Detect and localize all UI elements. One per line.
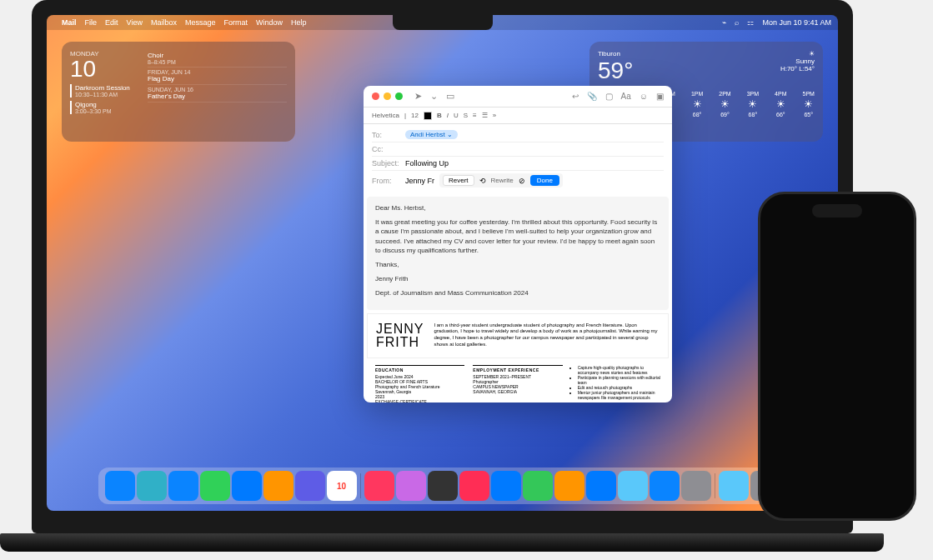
dock-app-icon[interactable] [200, 471, 230, 501]
calendar-upcoming-item: Choir 8–8:45 PM [148, 50, 287, 68]
revert-button[interactable]: Revert [443, 175, 474, 186]
indent-button[interactable]: » [493, 112, 496, 119]
cv-emp-header: EMPLOYMENT EXPERIENCE [473, 365, 562, 372]
dock-app-icon[interactable] [719, 471, 749, 501]
mail-titlebar: ➤ ⌄ ▭ ↩ 📎 ▢ Aa ☺ ▣ [364, 86, 672, 108]
macbook-base [0, 533, 884, 552]
cv-name-last: FRITH [376, 336, 424, 349]
color-swatch[interactable] [424, 112, 432, 120]
weather-temp: 59° [598, 58, 633, 84]
dock-app-icon[interactable] [681, 471, 711, 501]
weather-hour-item: 3PM☀68° [747, 91, 759, 118]
format-bar: Helvetica | 12 B I U S ≡ ☰ » [364, 108, 672, 124]
notch [393, 15, 493, 30]
photo-icon[interactable]: ▢ [605, 92, 613, 101]
dock-app-icon[interactable] [523, 471, 553, 501]
close-button[interactable] [372, 92, 379, 100]
cv-emp-bullets: Capture high-quality photographs to acco… [578, 365, 660, 400]
dock-app-icon[interactable] [554, 471, 584, 501]
chevron-down-icon[interactable]: ⌄ [430, 91, 438, 102]
menu-format[interactable]: Format [223, 18, 248, 27]
dock-app-icon[interactable] [491, 471, 521, 501]
cc-label: Cc: [372, 145, 405, 153]
calendar-event: Qigong 3:00–3:30 PM [70, 101, 141, 114]
header-fields-icon[interactable]: ▭ [446, 91, 454, 102]
calendar-upcoming-item: SUNDAY, JUN 16 Father's Day [148, 85, 287, 102]
dock-app-icon[interactable]: 10 [327, 471, 357, 501]
wifi-icon[interactable]: ⌁ [722, 18, 726, 27]
weather-hour-item: 1PM☀68° [691, 91, 703, 118]
menu-window[interactable]: Window [256, 18, 283, 27]
desktop: Mail File Edit View Mailbox Message Form… [47, 15, 838, 511]
rewrite-refresh-icon[interactable]: ⟲ [479, 177, 486, 185]
menu-view[interactable]: View [127, 18, 143, 27]
mail-body[interactable]: Dear Ms. Herbst, It was great meeting yo… [367, 197, 669, 310]
to-label: To: [372, 131, 405, 139]
menu-datetime[interactable]: Mon Jun 10 9:41 AM [762, 18, 831, 27]
rewrite-options-icon[interactable]: ⊘ [519, 177, 525, 185]
italic-button[interactable]: I [447, 112, 449, 119]
body-sig-dept: Dept. of Journalism and Mass Communicati… [375, 288, 660, 298]
weather-hour-item: 4PM☀66° [775, 91, 786, 118]
weather-condition-icon: ☀ [780, 50, 815, 58]
media-icon[interactable]: ▣ [656, 92, 664, 101]
subject-field[interactable]: Following Up [405, 159, 449, 168]
menu-mailbox[interactable]: Mailbox [151, 18, 177, 27]
bold-button[interactable]: B [437, 112, 442, 119]
dock-app-icon[interactable] [232, 471, 262, 501]
body-greeting: Dear Ms. Herbst, [375, 203, 660, 212]
format-icon[interactable]: Aa [621, 92, 631, 101]
calendar-event: Darkroom Session 10:30–11:30 AM [70, 84, 141, 98]
weather-hilo: H:70° L:54° [780, 65, 815, 72]
iphone-frame [758, 192, 916, 521]
body-thanks: Thanks, [375, 260, 660, 269]
dock-app-icon[interactable] [263, 471, 293, 501]
font-size[interactable]: 12 [411, 112, 419, 119]
reply-icon[interactable]: ↩ [572, 92, 579, 101]
dock-app-icon[interactable] [650, 471, 680, 501]
weather-condition: Sunny [780, 58, 815, 65]
cv-emp-list: SEPTEMBER 2021–PRESENTPhotographerCAMPUS… [473, 374, 562, 394]
mail-compose-window: ➤ ⌄ ▭ ↩ 📎 ▢ Aa ☺ ▣ Helvetica | 12 B [364, 86, 672, 402]
font-select[interactable]: Helvetica [372, 112, 399, 119]
menu-message[interactable]: Message [185, 18, 216, 27]
dock-app-icon[interactable] [586, 471, 616, 501]
dock: 10 [98, 468, 787, 504]
menu-help[interactable]: Help [291, 18, 307, 27]
dock-app-icon[interactable] [396, 471, 426, 501]
dock-app-icon[interactable] [459, 471, 489, 501]
done-button[interactable]: Done [530, 175, 559, 186]
weather-hour-item: 2PM☀69° [719, 91, 730, 118]
align-button[interactable]: ≡ [473, 112, 477, 119]
underline-button[interactable]: U [454, 112, 459, 119]
body-paragraph: It was great meeting you for coffee yest… [375, 218, 660, 255]
send-icon[interactable]: ➤ [414, 91, 422, 102]
dock-app-icon[interactable] [364, 471, 394, 501]
menu-edit[interactable]: Edit [105, 18, 118, 27]
dock-app-icon[interactable] [105, 471, 135, 501]
minimize-button[interactable] [384, 92, 391, 100]
attach-icon[interactable]: 📎 [587, 92, 597, 101]
search-icon[interactable]: ⌕ [735, 18, 739, 27]
dock-app-icon[interactable] [168, 471, 198, 501]
dock-app-icon[interactable] [618, 471, 648, 501]
strike-button[interactable]: S [464, 112, 468, 119]
macbook-frame: Mail File Edit View Mailbox Message Form… [32, 0, 853, 533]
menu-file[interactable]: File [85, 18, 98, 27]
menu-app-name[interactable]: Mail [62, 18, 77, 27]
list-button[interactable]: ☰ [482, 112, 488, 119]
weather-location: Tiburon [598, 50, 633, 58]
cv-attachment[interactable]: JENNY FRITH I am a third-year student un… [367, 313, 669, 358]
cv-edu-header: EDUCATION [375, 365, 464, 372]
emoji-icon[interactable]: ☺ [640, 92, 648, 101]
from-field[interactable]: Jenny Fr [405, 177, 434, 185]
from-label: From: [372, 177, 405, 185]
calendar-widget[interactable]: MONDAY 10 Darkroom Session 10:30–11:30 A… [62, 42, 295, 142]
dock-app-icon[interactable] [295, 471, 325, 501]
cv-edu-list: Expected June 2024BACHELOR OF FINE ARTSP… [375, 374, 464, 403]
dock-app-icon[interactable] [137, 471, 167, 501]
maximize-button[interactable] [395, 92, 403, 100]
control-center-icon[interactable]: ⚏ [747, 18, 754, 27]
to-recipient[interactable]: Andi Herbst ⌄ [405, 130, 458, 139]
dock-app-icon[interactable] [428, 471, 458, 501]
